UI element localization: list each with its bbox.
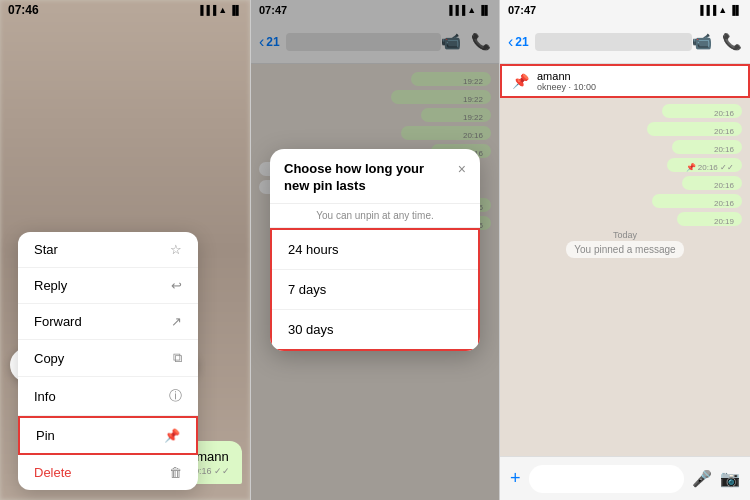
add-attachment-button[interactable]: +: [510, 468, 521, 489]
list-item: 20:16: [672, 140, 742, 154]
pin-option-24h[interactable]: 24 hours: [272, 230, 478, 270]
pin-notification-icon: 📌: [512, 73, 529, 89]
info-icon: ⓘ: [169, 387, 182, 405]
menu-label-copy: Copy: [34, 351, 64, 366]
list-item: 20:16: [662, 104, 742, 118]
list-item: 20:16: [652, 194, 742, 208]
panel-2: 07:47 ▐▐▐ ▲ ▐▌ ‹ 21 📹 📞 19:22 19:22 19:2…: [250, 0, 500, 500]
pin-option-7d-label: 7 days: [288, 282, 326, 297]
wifi-icon: ▲: [218, 5, 227, 15]
pin-option-30d-label: 30 days: [288, 322, 334, 337]
reply-icon: ↩: [171, 278, 182, 293]
menu-label-forward: Forward: [34, 314, 82, 329]
header-icons-3: 📹 📞: [692, 32, 742, 51]
menu-label-info: Info: [34, 389, 56, 404]
microphone-icon[interactable]: 🎤: [692, 469, 712, 488]
wifi-icon-3: ▲: [718, 5, 727, 15]
pin-notification-sub: okneey · 10:00: [537, 82, 596, 92]
table-row: 20:16: [508, 194, 742, 208]
list-item: 20:16: [682, 176, 742, 190]
back-button-3[interactable]: ‹ 21: [508, 33, 529, 51]
back-count-3: 21: [515, 35, 528, 49]
pin-dialog-subtitle: You can unpin at any time.: [270, 204, 480, 228]
pin-notification-name: amann: [537, 70, 596, 82]
menu-label-star: Star: [34, 242, 58, 257]
menu-item-delete[interactable]: Delete 🗑: [18, 455, 198, 490]
pin-dialog-close-button[interactable]: ×: [458, 161, 466, 177]
signal-icon: ▐▐▐: [197, 5, 216, 15]
battery-icon: ▐▌: [229, 5, 242, 15]
trash-icon: 🗑: [169, 465, 182, 480]
contact-name-3: [535, 33, 692, 51]
bottom-action-icons: 🎤 📷: [692, 469, 740, 488]
menu-item-copy[interactable]: Copy ⧉: [18, 340, 198, 377]
phone-call-icon-3[interactable]: 📞: [722, 32, 742, 51]
menu-item-info[interactable]: Info ⓘ: [18, 377, 198, 416]
table-row: 20:16: [508, 140, 742, 154]
battery-icon-3: ▐▌: [729, 5, 742, 15]
table-row: 20:16: [508, 122, 742, 136]
pinned-message-label: You pinned a message: [566, 241, 683, 258]
system-message-pinned: You pinned a message: [508, 244, 742, 255]
pin-option-30d[interactable]: 30 days: [272, 310, 478, 349]
table-row: 20:16: [508, 104, 742, 118]
chat-header-3: ‹ 21 📹 📞: [500, 20, 750, 64]
menu-item-pin[interactable]: Pin 📌: [18, 416, 198, 455]
pin-duration-dialog: Choose how long your new pin lasts × You…: [270, 149, 480, 351]
camera-icon[interactable]: 📷: [720, 469, 740, 488]
status-bar-3: 07:47 ▐▐▐ ▲ ▐▌: [500, 0, 750, 20]
context-menu: Star ☆ Reply ↩ Forward ↗ Copy ⧉ Info ⓘ P…: [18, 232, 198, 490]
pin-notification-bar[interactable]: 📌 amann okneey · 10:00: [500, 64, 750, 98]
message-input[interactable]: [529, 465, 684, 493]
table-row: 20:16: [508, 176, 742, 190]
panel-3: 07:47 ▐▐▐ ▲ ▐▌ ‹ 21 📹 📞 📌 amann okneey ·…: [500, 0, 750, 500]
status-icons-3: ▐▐▐ ▲ ▐▌: [697, 5, 742, 15]
pin-dialog-header: Choose how long your new pin lasts ×: [270, 149, 480, 204]
chat-messages-3: 20:16 20:16 20:16 📌 20:16 ✓✓ 20:16 20:16…: [500, 98, 750, 456]
time-1: 07:46: [8, 3, 39, 17]
pin-option-7d[interactable]: 7 days: [272, 270, 478, 310]
list-item: 20:16: [647, 122, 742, 136]
pin-dialog-title: Choose how long your new pin lasts: [284, 161, 450, 195]
pin-dialog-overlay: Choose how long your new pin lasts × You…: [251, 0, 499, 500]
table-row: 20:19: [508, 212, 742, 226]
status-icons-1: ▐▐▐ ▲ ▐▌: [197, 5, 242, 15]
menu-item-forward[interactable]: Forward ↗: [18, 304, 198, 340]
star-icon: ☆: [170, 242, 182, 257]
back-arrow-icon-3: ‹: [508, 33, 513, 51]
video-call-icon-3[interactable]: 📹: [692, 32, 712, 51]
bottom-input-bar: + 🎤 📷: [500, 456, 750, 500]
forward-icon: ↗: [171, 314, 182, 329]
menu-label-delete: Delete: [34, 465, 72, 480]
pin-options-container: 24 hours 7 days 30 days: [270, 228, 480, 351]
time-3: 07:47: [508, 4, 536, 16]
copy-icon: ⧉: [173, 350, 182, 366]
list-item: 20:19: [677, 212, 742, 226]
date-divider: Today: [508, 230, 742, 240]
status-bar-1: 07:46 ▐▐▐ ▲ ▐▌: [0, 0, 250, 20]
pin-option-24h-label: 24 hours: [288, 242, 339, 257]
panel-1: 07:46 ▐▐▐ ▲ ▐▌ amann 20:16 ✓✓ 👍 ❤️ 😂 😮 😢…: [0, 0, 250, 500]
menu-label-reply: Reply: [34, 278, 67, 293]
list-item: 📌 20:16 ✓✓: [667, 158, 742, 172]
pin-icon: 📌: [164, 428, 180, 443]
menu-item-reply[interactable]: Reply ↩: [18, 268, 198, 304]
pin-notification-info: amann okneey · 10:00: [537, 70, 596, 92]
signal-icon-3: ▐▐▐: [697, 5, 716, 15]
menu-label-pin: Pin: [36, 428, 55, 443]
table-row: 📌 20:16 ✓✓: [508, 158, 742, 172]
menu-item-star[interactable]: Star ☆: [18, 232, 198, 268]
